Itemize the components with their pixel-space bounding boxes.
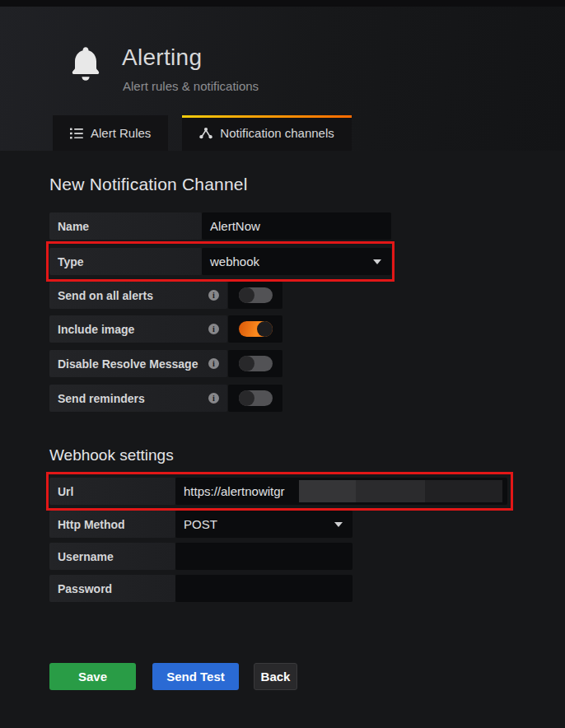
info-icon[interactable]: i [208,358,219,369]
include-image-toggle[interactable] [239,321,273,337]
send-on-all-alerts-toggle[interactable] [239,287,273,303]
content: New Notification Channel Name AlertNow T… [0,151,565,728]
type-select[interactable]: webhook [202,248,391,275]
password-row: Password [49,575,353,602]
url-label: Url [49,478,175,505]
back-button[interactable]: Back [254,663,297,690]
alerting-settings-screen: Alerting Alert rules & notifications Ale… [0,0,565,728]
save-button[interactable]: Save [49,663,136,690]
toggle-row-send-on-all-alerts: Send on all alerts i [49,282,282,309]
url-row: Url https://alertnowitgr [49,478,507,505]
send-reminders-toggle[interactable] [239,390,273,406]
tab-label: Alert Rules [91,126,151,140]
info-icon[interactable]: i [208,393,219,404]
name-row: Name AlertNow [49,212,391,240]
chevron-down-icon [334,522,343,527]
toggle-label: Send reminders [58,392,145,405]
top-strip [0,0,565,7]
name-input[interactable]: AlertNow [202,212,391,240]
url-value: https://alertnowitgr [184,484,285,498]
send-test-button[interactable]: Send Test [152,663,239,690]
info-icon[interactable]: i [208,324,219,334]
tab-label: Notification channels [220,126,334,140]
http-method-row: Http Method POST [49,511,353,538]
share-icon [199,127,212,139]
toggle-row-include-image: Include image i [49,315,282,343]
tab-alert-rules[interactable]: Alert Rules [53,115,168,151]
http-method-label: Http Method [49,511,175,538]
username-row: Username [49,543,353,570]
tab-notification-channels[interactable]: Notification channels [182,115,351,151]
toggle-row-disable-resolve-message: Disable Resolve Message i [49,350,282,377]
http-method-select[interactable]: POST [175,511,353,538]
page-title: Alerting [122,44,202,71]
bell-icon [66,38,105,91]
tab-bar: Alert Rules Notification channels [53,115,352,151]
password-label: Password [49,575,175,602]
chevron-down-icon [373,259,381,264]
username-input[interactable] [175,543,353,570]
info-icon[interactable]: i [208,290,219,301]
disable-resolve-message-toggle[interactable] [239,356,273,371]
page-subtitle: Alert rules & notifications [123,79,259,93]
toggle-label: Disable Resolve Message [58,357,198,371]
list-icon [70,128,83,139]
password-input[interactable] [175,575,353,602]
webhook-settings-title: Webhook settings [49,446,174,464]
form-title: New Notification Channel [49,175,248,194]
type-row: Type webhook [49,248,391,275]
url-redaction-mask [299,480,502,502]
url-input[interactable]: https://alertnowitgr [175,478,507,505]
toggle-row-send-reminders: Send reminders i [49,385,282,412]
type-label: Type [49,248,202,275]
http-method-value: POST [184,517,217,531]
toggle-label: Include image [58,323,134,336]
type-value: webhook [210,254,259,268]
toggle-label: Send on all alerts [58,289,153,302]
username-label: Username [49,543,175,570]
page-header: Alerting Alert rules & notifications Ale… [0,7,565,151]
name-label: Name [49,212,202,240]
